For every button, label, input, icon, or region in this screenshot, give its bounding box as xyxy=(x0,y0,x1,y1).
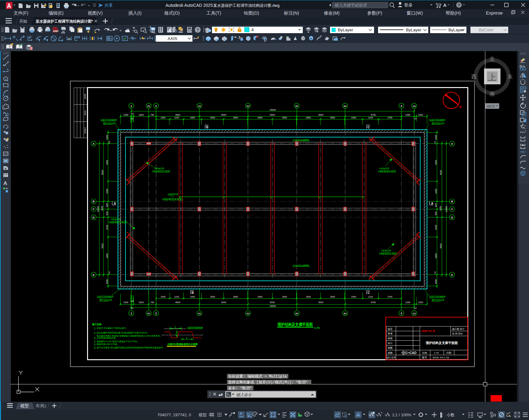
svg-text:A: A xyxy=(443,2,447,8)
svg-text:围檩采用145C工字钢。: 围檩采用145C工字钢。 xyxy=(97,343,119,346)
svg-text:1000: 1000 xyxy=(418,301,423,304)
svg-text:E: E xyxy=(451,273,453,276)
svg-text:1925: 1925 xyxy=(106,189,108,194)
svg-text:围护结构及支撑平面图: 围护结构及支撑平面图 xyxy=(278,322,313,327)
svg-text:1250: 1250 xyxy=(405,113,410,116)
svg-text:b: b xyxy=(175,325,176,328)
svg-text:2500: 2500 xyxy=(210,116,215,119)
svg-text:ByColor: ByColor xyxy=(479,28,494,32)
svg-text:组合边围护结构采用拉森式III型钢板桩?外露1000mm,: 组合边围护结构采用拉森式III型钢板桩?外露1000mm, xyxy=(97,331,148,334)
svg-text:2.: 2. xyxy=(94,331,96,334)
svg-text:4/2: 4/2 xyxy=(344,105,347,107)
svg-text:键入命令: 键入命令 xyxy=(236,393,252,397)
svg-text:1100: 1100 xyxy=(174,116,179,119)
svg-text:13500: 13500 xyxy=(445,206,448,212)
svg-text:东: 东 xyxy=(508,74,513,79)
svg-text:4.: 4. xyxy=(94,340,96,343)
svg-text:1:70: 1:70 xyxy=(434,351,439,354)
svg-text:704077, 197742, 0: 704077, 197742, 0 xyxy=(157,413,191,417)
svg-text:5.: 5. xyxy=(94,343,96,346)
svg-text:125: 125 xyxy=(108,271,110,274)
svg-text:b: b xyxy=(186,337,187,339)
svg-text:B: B xyxy=(451,200,453,203)
svg-text:1000: 1000 xyxy=(106,279,108,284)
svg-text:4000: 4000 xyxy=(434,254,437,259)
svg-text:B: B xyxy=(192,291,194,294)
svg-text:4500: 4500 xyxy=(175,301,180,304)
svg-text:HW400X400: HW400X400 xyxy=(109,221,127,224)
svg-text:1500: 1500 xyxy=(161,116,165,119)
svg-text:标注(N): 标注(N) xyxy=(284,11,299,15)
svg-text:5925: 5925 xyxy=(101,170,104,175)
svg-text:H型钢支撑: H型钢支撑 xyxy=(111,218,121,221)
svg-text:A: A xyxy=(451,142,453,145)
svg-text:1900: 1900 xyxy=(190,295,195,298)
svg-text:5925: 5925 xyxy=(439,244,442,249)
svg-text:125: 125 xyxy=(131,300,134,302)
svg-text:拉森式III型钢板桩: 拉森式III型钢板桩 xyxy=(429,119,446,121)
svg-text:1925: 1925 xyxy=(434,189,437,194)
svg-text:4/2: 4/2 xyxy=(344,312,347,315)
svg-text:描图: 描图 xyxy=(388,351,393,354)
svg-text:拉森式III型钢板桩: 拉森式III型钢板桩 xyxy=(97,295,113,298)
svg-text:H型钢支撑: H型钢支撑 xyxy=(381,250,391,252)
svg-text:N: N xyxy=(459,105,462,109)
svg-text:2500: 2500 xyxy=(330,116,335,119)
svg-text:拉森式III型钢板桩: 拉森式III型钢板桩 xyxy=(101,119,117,121)
svg-text:H型钢支撑: H型钢支撑 xyxy=(379,167,389,170)
svg-text:2500: 2500 xyxy=(330,295,335,298)
svg-text:2/2: 2/2 xyxy=(246,105,249,107)
svg-text:1000: 1000 xyxy=(123,301,128,304)
svg-text:2/1: 2/1 xyxy=(147,105,150,107)
svg-text:A: A xyxy=(431,202,433,205)
svg-text:5750: 5750 xyxy=(371,301,376,304)
svg-text:750: 750 xyxy=(151,301,154,304)
svg-text:3/2: 3/2 xyxy=(295,105,298,107)
svg-text:C: C xyxy=(451,207,453,211)
svg-text:125: 125 xyxy=(434,271,436,274)
svg-text:A: A xyxy=(149,35,151,38)
svg-text:修改(M): 修改(M) xyxy=(324,11,340,15)
svg-text:5000: 5000 xyxy=(221,113,226,116)
svg-text:绘图(D): 绘图(D) xyxy=(244,11,259,15)
svg-text:6.: 6. xyxy=(94,346,96,349)
svg-text:1900: 1900 xyxy=(351,295,356,298)
svg-text:支撑采用H型钢支撑。: 支撑采用H型钢支撑。 xyxy=(97,337,118,339)
svg-text:日期: 日期 xyxy=(446,351,451,354)
svg-text:工具(T): 工具(T) xyxy=(206,11,221,15)
svg-text:审查: 审查 xyxy=(388,332,393,335)
svg-text:HW400X400: HW400X400 xyxy=(152,170,170,173)
svg-text:4500: 4500 xyxy=(175,113,180,116)
svg-text:A: A xyxy=(114,202,116,205)
svg-text:钢板桩长10.2m?在进入基底以下不少于6m。: 钢板桩长10.2m?在进入基底以下不少于6m。 xyxy=(96,340,139,343)
svg-text:拉森式III型钢板桩: 拉森式III型钢板桩 xyxy=(429,295,446,298)
svg-text:设计: 设计 xyxy=(388,342,393,345)
svg-text:围护结构边线: 围护结构边线 xyxy=(432,299,444,301)
svg-text:2500: 2500 xyxy=(306,116,311,119)
svg-text:C: C xyxy=(368,126,370,129)
svg-text:北: 北 xyxy=(489,56,495,62)
svg-text:结构图: 结构图 xyxy=(84,110,86,115)
svg-text:围护结构边线: 围护结构边线 xyxy=(103,122,116,125)
svg-text:2500: 2500 xyxy=(233,116,238,119)
svg-text:1000: 1000 xyxy=(106,135,108,140)
svg-text:1: 1 xyxy=(130,312,132,315)
svg-text:围护结构边线: 围护结构边线 xyxy=(99,299,112,301)
svg-text:工45c组合钢围檩: 工45c组合钢围檩 xyxy=(293,264,309,267)
svg-text:模型: 模型 xyxy=(198,413,207,417)
svg-text:1650: 1650 xyxy=(439,206,442,211)
svg-text:当前设置: 编辑模式 = Multiple: 当前设置: 编辑模式 = Multiple xyxy=(228,374,287,379)
svg-text:1:70: 1:70 xyxy=(314,326,320,329)
svg-text:825: 825 xyxy=(106,212,108,215)
svg-text:2750: 2750 xyxy=(387,116,392,119)
svg-text:825: 825 xyxy=(106,203,108,207)
svg-text:命令: *取消*: 命令: *取消* xyxy=(228,386,252,391)
svg-text:某水源保护工程调节池结构设计图*: 某水源保护工程调节池结构设计图* xyxy=(35,19,93,24)
svg-text:5000: 5000 xyxy=(319,301,324,304)
svg-text:水源保护工程(二期): 水源保护工程(二期) xyxy=(421,330,435,332)
svg-text:2: 2 xyxy=(155,104,157,108)
svg-text:施工说明:: 施工说明: xyxy=(92,323,102,326)
svg-text:1000: 1000 xyxy=(418,113,423,116)
svg-text:制图: 制图 xyxy=(388,347,393,349)
svg-text:Autodesk AutoCAD 2025: Autodesk AutoCAD 2025 xyxy=(165,3,213,8)
